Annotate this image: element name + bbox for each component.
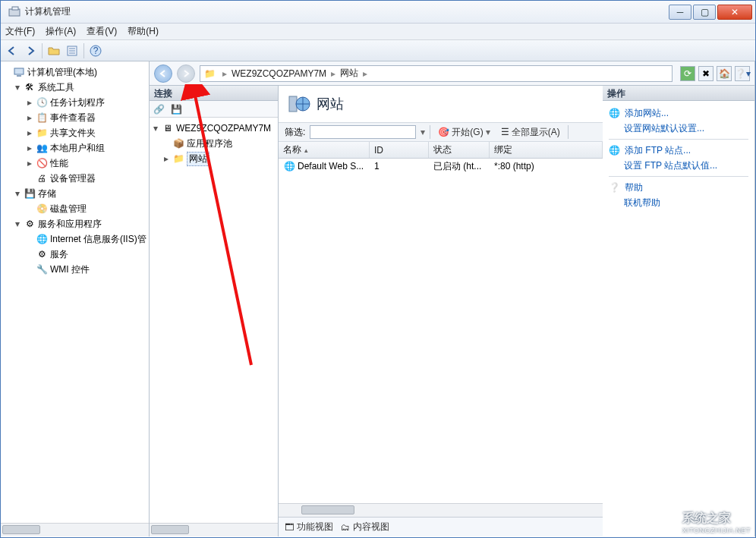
horizontal-scrollbar[interactable] [150,523,278,536]
maximize-button[interactable]: ▢ [693,5,716,20]
disk-icon: 📀 [36,203,48,215]
show-all-button[interactable]: ☰ 全部显示(A) [498,125,563,140]
toolbar-separator [42,43,43,58]
tools-icon: 🛠 [24,81,36,93]
content-footer: 🗔功能视图 🗂内容视图 [279,517,603,536]
table-row[interactable]: 🌐Default Web S... 1 已启动 (ht... *:80 (htt… [279,159,603,174]
titlebar: 计算机管理 ─ ▢ ✕ [1,1,755,24]
watermark: 系统之家 XITONGZHIJIA.NET [657,511,751,534]
expand-icon[interactable]: ▸ [25,113,34,122]
collapse-icon[interactable]: ▾ [13,83,22,92]
tree-label: 应用程序池 [187,137,232,150]
globe-icon: 🌐 [283,160,295,172]
conn-host[interactable]: ▾ 🖥 WEZ9ZCQOZPAMY7M [151,121,276,136]
tree-performance[interactable]: ▸ 🚫 性能 [2,156,147,171]
expand-icon[interactable]: ▸ [25,159,34,168]
nav-back-button[interactable] [154,64,172,83]
folder-icon: 📁 [203,68,216,80]
svg-text:?: ? [93,46,99,56]
expand-icon[interactable]: ▸ [25,98,34,107]
menu-action[interactable]: 操作(A) [46,25,76,38]
tree-services-apps[interactable]: ▾ ⚙ 服务和应用程序 [2,216,147,231]
stop-icon[interactable]: ✖ [698,66,713,81]
refresh-icon[interactable]: ⟳ [680,66,695,81]
collapse-icon[interactable]: ▾ [13,189,22,198]
help-dropdown-icon[interactable]: ❔▾ [735,66,750,81]
collapse-icon[interactable]: ▾ [151,124,160,133]
action-site-defaults[interactable]: 设置网站默认设置... [609,121,748,136]
properties-icon[interactable] [65,44,79,58]
tree-label: 服务 [50,248,68,261]
close-button[interactable]: ✕ [717,5,752,20]
forward-icon[interactable] [24,44,37,58]
tree-label: WEZ9ZCQOZPAMY7M [176,123,271,134]
grid-body: 🌐Default Web S... 1 已启动 (ht... *:80 (htt… [279,159,603,503]
action-add-ftp[interactable]: 🌐添加 FTP 站点... [609,143,748,158]
col-name[interactable]: 名称 [279,142,370,158]
tree-storage[interactable]: ▾ 💾 存储 [2,186,147,201]
tree-label-selected: 网站 [187,152,209,166]
tab-content-view[interactable]: 🗂内容视图 [341,521,389,533]
tree-shared-folders[interactable]: ▸ 📁 共享文件夹 [2,125,147,140]
tree-device-manager[interactable]: 🖨 设备管理器 [2,171,147,186]
menu-help[interactable]: 帮助(H) [128,25,159,38]
col-bind[interactable]: 绑定 [490,142,603,158]
tree-label: Internet 信息服务(IIS)管 [50,233,146,246]
back-icon[interactable] [5,44,19,58]
tree-local-users[interactable]: ▸ 👥 本地用户和组 [2,140,147,156]
tree-task-scheduler[interactable]: ▸ 🕓 任务计划程序 [2,95,147,110]
breadcrumb-section[interactable]: 网站 [340,67,358,80]
save-icon[interactable]: 💾 [170,103,182,115]
breadcrumb[interactable]: 📁 ▸ WEZ9ZCQOZPAMY7M ▸ 网站 ▸ [200,65,673,82]
svg-rect-9 [17,75,21,77]
nav-forward-button[interactable] [177,64,195,83]
action-help[interactable]: ❔帮助 [609,180,748,195]
action-online-help[interactable]: 联机帮助 [609,195,748,210]
tree-wmi[interactable]: 🔧 WMI 控件 [2,262,147,277]
conn-sites[interactable]: ▸ 📁 网站 [151,151,276,166]
filter-label: 筛选: [285,126,305,139]
sites-icon: 📁 [172,153,184,165]
menu-file[interactable]: 文件(F) [5,25,35,38]
connections-pane: 连接 🔗 💾 ▾ 🖥 WEZ9ZCQOZPAMY7M 📦 应用程序池 [150,86,279,536]
connect-icon[interactable]: 🔗 [153,103,165,115]
filter-input[interactable] [310,125,416,139]
app-icon [8,6,20,18]
window-title: 计算机管理 [25,5,667,18]
storage-icon: 💾 [24,187,36,200]
breadcrumb-host[interactable]: WEZ9ZCQOZPAMY7M [232,68,326,79]
go-icon: 🎯 [438,127,449,137]
menu-view[interactable]: 查看(V) [87,25,117,38]
tree-event-viewer[interactable]: ▸ 📋 事件查看器 [2,110,147,125]
expand-icon[interactable]: ▸ [25,143,34,153]
tree-disk-mgmt[interactable]: 📀 磁盘管理 [2,201,147,216]
action-separator [609,139,748,140]
collapse-icon[interactable]: ▾ [13,219,22,228]
horizontal-scrollbar[interactable] [279,503,603,517]
iis-icon: 🌐 [36,233,48,245]
action-ftp-defaults[interactable]: 设置 FTP 站点默认值... [609,158,748,173]
tree-iis[interactable]: 🌐 Internet 信息服务(IIS)管 [2,231,147,247]
watermark-url: XITONGZHIJIA.NET [682,527,751,534]
tree-label: 性能 [50,157,68,170]
col-id[interactable]: ID [370,142,429,158]
grid-header: 名称 ID 状态 绑定 [279,142,603,159]
tree-system-tools[interactable]: ▾ 🛠 系统工具 [2,80,147,95]
tree-root[interactable]: 计算机管理(本地) [2,64,147,80]
expand-icon[interactable]: ▸ [162,154,171,163]
tree-services[interactable]: ⚙ 服务 [2,247,147,262]
minimize-button[interactable]: ─ [669,5,691,20]
home-icon[interactable]: 🏠 [717,66,732,81]
tree-label: 任务计划程序 [50,96,105,109]
folder-icon[interactable] [47,44,61,58]
go-button[interactable]: 🎯 开始(G) ▾ [435,125,493,140]
server-icon: 🖥 [162,122,174,134]
tab-features-view[interactable]: 🗔功能视图 [285,521,333,533]
services-apps-icon: ⚙ [24,218,36,230]
conn-app-pools[interactable]: 📦 应用程序池 [151,136,276,151]
help-icon[interactable]: ? [89,44,102,58]
expand-icon[interactable]: ▸ [25,128,34,137]
horizontal-scrollbar[interactable] [1,523,149,536]
action-add-site[interactable]: 🌐添加网站... [609,105,748,121]
col-state[interactable]: 状态 [429,142,490,158]
